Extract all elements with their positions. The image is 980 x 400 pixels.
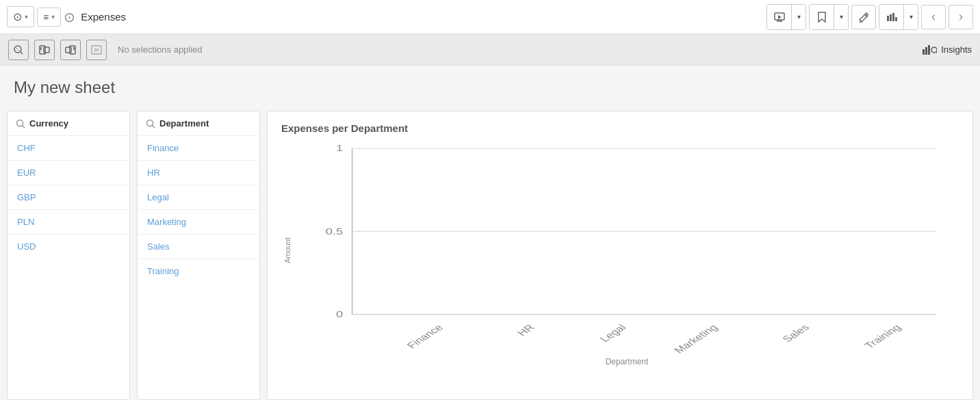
- svg-text:HR: HR: [515, 323, 537, 338]
- back-button[interactable]: ‹: [921, 5, 946, 29]
- list-item[interactable]: CHF: [8, 136, 129, 161]
- list-item[interactable]: HR: [138, 161, 259, 185]
- screen-button[interactable]: [767, 5, 792, 29]
- back-selection-button[interactable]: [34, 40, 55, 60]
- clear-selection-button[interactable]: [86, 40, 107, 60]
- app-menu-button[interactable]: ⊙ ▾: [7, 6, 34, 27]
- screen-dropdown-icon: ▾: [797, 13, 801, 21]
- svg-text:1: 1: [336, 144, 343, 153]
- screen-chevron-button[interactable]: ▾: [792, 5, 805, 29]
- bookmark-dropdown-icon: ▾: [840, 13, 843, 21]
- svg-point-27: [147, 120, 153, 126]
- svg-line-11: [21, 52, 23, 54]
- list-item[interactable]: EUR: [8, 161, 129, 185]
- svg-rect-21: [925, 47, 927, 55]
- svg-line-26: [23, 125, 25, 128]
- chart-panel: Expenses per Department Amount: [267, 111, 973, 400]
- currency-filter-panel: Currency CHF EUR GBP PLN USD: [7, 111, 130, 400]
- svg-point-10: [14, 46, 21, 53]
- svg-rect-20: [923, 49, 925, 55]
- app-name-label: Expenses: [81, 11, 126, 23]
- insights-label: Insights: [941, 44, 972, 55]
- sheet-title: My new sheet: [14, 78, 966, 97]
- app-menu-chevron: ▾: [25, 13, 28, 21]
- screen-icon: [774, 12, 785, 22]
- screen-btn-group: ▾: [766, 4, 806, 30]
- svg-text:0: 0: [336, 310, 344, 319]
- toolbar-left: ⊙ ▾ ≡ ▾ ⊙ Expenses: [7, 6, 126, 27]
- forward-selection-icon: [65, 45, 76, 55]
- list-item[interactable]: Finance: [138, 136, 259, 161]
- svg-text:Finance: Finance: [404, 323, 445, 350]
- main-content: Currency CHF EUR GBP PLN USD Department …: [0, 104, 980, 400]
- top-toolbar: ⊙ ▾ ≡ ▾ ⊙ Expenses ▾: [0, 0, 980, 34]
- no-selections-text: No selections applied: [118, 44, 203, 55]
- forward-button[interactable]: ›: [949, 5, 973, 29]
- list-item[interactable]: Legal: [138, 185, 259, 210]
- department-filter-header: Department: [138, 111, 259, 136]
- svg-marker-4: [778, 15, 782, 19]
- y-axis-label: Amount: [281, 141, 294, 360]
- orbit-icon: ⊙: [13, 10, 22, 23]
- department-filter-panel: Department Finance HR Legal Marketing Sa…: [137, 111, 260, 400]
- chart-chevron-button[interactable]: ▾: [904, 5, 918, 29]
- list-icon: ≡: [43, 12, 49, 23]
- list-item[interactable]: PLN: [8, 210, 129, 235]
- svg-text:Legal: Legal: [597, 323, 628, 343]
- svg-line-24: [936, 52, 937, 53]
- edit-button[interactable]: [851, 5, 876, 29]
- list-item[interactable]: Sales: [138, 235, 259, 259]
- svg-rect-7: [890, 14, 892, 21]
- currency-search-icon: [16, 119, 25, 129]
- forward-selection-button[interactable]: [60, 40, 81, 60]
- bookmark-icon: [818, 12, 826, 23]
- toolbar-right: ▾ ▾: [766, 4, 973, 30]
- list-item[interactable]: Marketing: [138, 210, 259, 235]
- list-item[interactable]: USD: [8, 235, 129, 258]
- chart-dropdown-icon: ▾: [910, 13, 913, 21]
- chart-button[interactable]: [879, 5, 904, 29]
- svg-text:Sales: Sales: [779, 323, 812, 344]
- svg-rect-8: [892, 13, 894, 21]
- sheet-title-bar: My new sheet: [0, 66, 980, 104]
- bookmark-btn-group: ▾: [809, 4, 849, 30]
- currency-filter-label: Currency: [29, 118, 68, 129]
- currency-filter-list: CHF EUR GBP PLN USD: [8, 136, 129, 258]
- chart-btn-group: ▾: [879, 4, 918, 30]
- department-filter-label: Department: [159, 118, 209, 129]
- department-filter-list: Finance HR Legal Marketing Sales Trainin…: [138, 136, 259, 283]
- list-item[interactable]: GBP: [8, 185, 129, 210]
- svg-line-12: [16, 48, 19, 51]
- svg-rect-9: [895, 17, 897, 21]
- chart-title: Expenses per Department: [281, 122, 959, 134]
- smart-search-icon: [13, 44, 24, 55]
- svg-rect-6: [887, 16, 889, 21]
- x-axis-label: Department: [606, 357, 649, 366]
- app-title: ⊙ Expenses: [64, 9, 126, 25]
- list-item[interactable]: Training: [138, 259, 259, 283]
- svg-rect-14: [44, 47, 49, 53]
- svg-rect-16: [66, 47, 71, 53]
- svg-rect-22: [928, 45, 930, 55]
- svg-point-25: [17, 120, 23, 126]
- svg-line-28: [153, 125, 155, 128]
- back-selection-icon: [39, 45, 50, 55]
- insights-button[interactable]: Insights: [922, 44, 972, 56]
- chart-svg: 1 0.5 0 Finance HR Legal Marketing Sales…: [295, 141, 959, 360]
- pencil-icon: [858, 12, 869, 23]
- nav-list-chevron: ▾: [51, 13, 55, 21]
- svg-text:Marketing: Marketing: [671, 323, 720, 355]
- selection-bar: No selections applied Insights: [0, 34, 980, 66]
- bookmark-button[interactable]: [810, 5, 834, 29]
- selection-tools: No selections applied: [8, 40, 203, 60]
- smart-search-button[interactable]: [8, 40, 29, 60]
- department-search-icon: [146, 119, 155, 129]
- chart-icon: [886, 12, 897, 22]
- bookmark-chevron-button[interactable]: ▾: [834, 5, 848, 29]
- currency-filter-header: Currency: [8, 111, 129, 136]
- svg-point-23: [931, 47, 937, 53]
- clear-selection-icon: [91, 45, 102, 55]
- nav-list-button[interactable]: ≡ ▾: [37, 8, 61, 27]
- app-dots-icon: ⊙: [64, 9, 75, 25]
- svg-text:0.5: 0.5: [326, 227, 344, 236]
